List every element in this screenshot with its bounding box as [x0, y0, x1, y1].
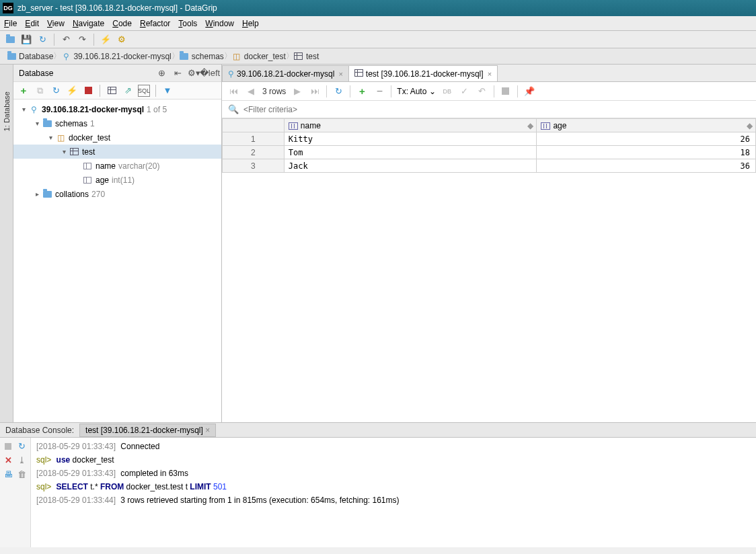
filter-input[interactable]: [243, 105, 751, 114]
menu-help[interactable]: Help: [242, 19, 259, 28]
left-gutter-database-tab[interactable]: 1: Database: [0, 65, 13, 422]
breadcrumb-root[interactable]: Database: [4, 50, 59, 63]
tab-table-test[interactable]: test [39.106.18.21-docker-mysql]×: [348, 65, 498, 81]
prev-page-icon[interactable]: ◀: [245, 85, 257, 97]
last-page-icon[interactable]: ⏭: [309, 85, 321, 97]
search-icon[interactable]: 🔍: [227, 104, 239, 116]
menu-view[interactable]: View: [47, 19, 65, 28]
target-icon[interactable]: ⊕: [155, 67, 167, 79]
console-label: Database Console:: [5, 426, 74, 435]
table-row[interactable]: 2Tom18: [223, 146, 756, 159]
filter-bar: 🔍: [222, 101, 756, 118]
database-tree: ▾⚲ 39.106.18.21-docker-mysql1 of 5 ▾ sch…: [13, 100, 221, 422]
editor-area: ⚲39.106.18.21-docker-mysql× test [39.106…: [222, 65, 756, 422]
database-tool-window: Database ⊕ ⇤ ⚙▾ �left + ⧉ ↻ ⚡ ⇗ SQL ▼ ▾⚲: [13, 65, 222, 422]
console-print-icon[interactable]: 🖶: [3, 469, 14, 480]
stop-button[interactable]: [82, 85, 94, 97]
tree-table-test[interactable]: ▾ test: [13, 145, 221, 159]
tab-datasource[interactable]: ⚲39.106.18.21-docker-mysql×: [222, 65, 349, 81]
menu-tools[interactable]: Tools: [178, 19, 197, 28]
result-toolbar: ⏮ ◀ 3 rows ▶ ⏭ ↻ + − Tx: Auto ⌄ DB ✓ ↶ 📌: [222, 82, 756, 101]
add-row-button[interactable]: +: [356, 85, 368, 97]
console-export-icon[interactable]: ⤓: [17, 454, 28, 466]
console-stop-icon[interactable]: [3, 440, 14, 452]
gear-icon[interactable]: ⚙▾: [188, 67, 200, 79]
settings-icon[interactable]: ⚙: [116, 34, 128, 46]
console-tab-bar: Database Console: test [39.106.18.21-doc…: [0, 422, 756, 437]
title-bar: DG zb_server - test [39.106.18.21-docker…: [0, 0, 756, 16]
row-count: 3 rows: [262, 87, 286, 96]
window-title: zb_server - test [39.106.18.21-docker-my…: [17, 3, 217, 13]
duplicate-icon[interactable]: ⧉: [34, 85, 46, 97]
breadcrumb-datasource[interactable]: ⚲39.106.18.21-docker-mysql: [59, 50, 176, 63]
table-row[interactable]: 1Kitty26: [223, 132, 756, 146]
reload-icon[interactable]: ↻: [332, 85, 344, 97]
tree-datasource[interactable]: ▾⚲ 39.106.18.21-docker-mysql1 of 5: [13, 102, 221, 116]
tree-collations[interactable]: ▸ collations270: [13, 187, 221, 201]
tree-database[interactable]: ▾◫ docker_test: [13, 130, 221, 145]
pin-icon[interactable]: 📌: [523, 85, 535, 97]
sync-icon[interactable]: ↻: [50, 85, 62, 97]
close-icon[interactable]: ×: [338, 70, 342, 78]
app-logo-icon: DG: [3, 3, 13, 13]
stop-icon[interactable]: [500, 85, 512, 97]
separator: [93, 34, 94, 46]
console-toolbar: ↻ ✕ ⤓ 🖶 🗑: [0, 438, 31, 547]
add-button[interactable]: +: [17, 85, 30, 97]
open-icon[interactable]: [4, 34, 16, 46]
console-icon[interactable]: ⚡: [66, 85, 78, 97]
nav-icon[interactable]: ⇗: [122, 85, 134, 97]
menu-navigate[interactable]: Navigate: [73, 19, 104, 28]
menu-window[interactable]: Window: [205, 19, 234, 28]
hide-icon[interactable]: �left: [204, 67, 216, 79]
console-clear-icon[interactable]: 🗑: [17, 469, 28, 480]
remove-row-button[interactable]: −: [373, 85, 385, 97]
filter-icon[interactable]: ▼: [161, 85, 174, 97]
menu-edit[interactable]: Edit: [25, 19, 39, 28]
first-page-icon[interactable]: ⏮: [227, 85, 239, 97]
console-rerun-icon[interactable]: ↻: [17, 440, 28, 452]
close-icon[interactable]: ×: [488, 70, 492, 78]
result-grid[interactable]: name◆ age◆ 1Kitty26 2Tom18 3Jack36: [222, 118, 756, 173]
breadcrumb-table[interactable]: test: [291, 50, 324, 63]
main-toolbar: 💾 ↻ ↶ ↷ ⚡ ⚙: [0, 31, 756, 48]
corner-cell: [223, 119, 285, 132]
tree-schemas[interactable]: ▾ schemas1: [13, 116, 221, 130]
redo-icon[interactable]: ↷: [76, 34, 88, 46]
separator: [54, 34, 54, 46]
console-close-icon[interactable]: ✕: [3, 454, 14, 466]
breadcrumb-schemas[interactable]: schemas: [177, 50, 229, 63]
menu-bar: File Edit View Navigate Code Refactor To…: [0, 16, 756, 31]
column-header-name[interactable]: name◆: [284, 119, 537, 132]
tree-column-name[interactable]: namevarchar(20): [13, 159, 221, 173]
next-page-icon[interactable]: ▶: [291, 85, 303, 97]
save-icon[interactable]: 💾: [20, 34, 32, 46]
commit-icon[interactable]: ✓: [459, 85, 471, 97]
editor-tabs: ⚲39.106.18.21-docker-mysql× test [39.106…: [222, 65, 756, 82]
database-panel-title: Database: [19, 69, 53, 78]
console-tab[interactable]: test [39.106.18.21-docker-mysql] ×: [79, 424, 216, 437]
grid-icon[interactable]: [106, 85, 118, 97]
table-row[interactable]: 3Jack36: [223, 159, 756, 173]
tree-column-age[interactable]: ageint(11): [13, 173, 221, 187]
menu-code[interactable]: Code: [112, 19, 132, 28]
collapse-icon[interactable]: ⇤: [172, 67, 184, 79]
menu-refactor[interactable]: Refactor: [140, 19, 170, 28]
refresh-icon[interactable]: ↻: [36, 34, 48, 46]
breadcrumb-db[interactable]: ◫docker_test: [229, 50, 291, 63]
console-output[interactable]: [2018-05-29 01:33:43] Connected sql> use…: [31, 438, 756, 547]
rollback-icon[interactable]: ↶: [476, 85, 488, 97]
sql-icon[interactable]: SQL: [138, 85, 150, 97]
tx-mode[interactable]: Tx: Auto ⌄: [397, 87, 435, 96]
column-header-age[interactable]: age◆: [537, 119, 756, 132]
menu-file[interactable]: File: [4, 19, 17, 28]
undo-icon[interactable]: ↶: [60, 34, 72, 46]
breadcrumb: Database ⚲39.106.18.21-docker-mysql sche…: [0, 48, 756, 65]
run-icon[interactable]: ⚡: [100, 34, 112, 46]
db-icon[interactable]: DB: [441, 85, 453, 97]
database-console: ↻ ✕ ⤓ 🖶 🗑 [2018-05-29 01:33:43] Connecte…: [0, 437, 756, 547]
